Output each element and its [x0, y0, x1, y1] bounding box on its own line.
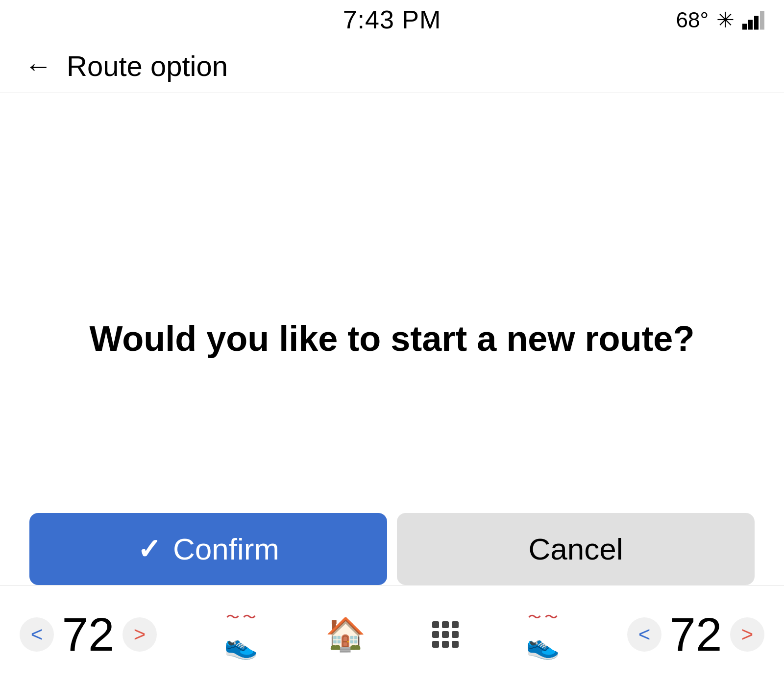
checkmark-icon: ✓	[137, 533, 161, 566]
home-icon[interactable]: 🏠	[325, 615, 366, 653]
steam-lines-left: 〜 〜	[226, 608, 256, 627]
shoe-right-icon: 👟	[526, 629, 560, 661]
confirm-label: Confirm	[173, 532, 279, 566]
left-counter-increment[interactable]: >	[122, 617, 157, 652]
question-text: Would you like to start a new route?	[90, 316, 695, 362]
grid-menu-icon[interactable]	[432, 621, 459, 648]
cancel-button[interactable]: Cancel	[397, 513, 755, 585]
status-right-icons: 68° ✳	[676, 7, 764, 32]
left-counter: < 72 >	[20, 608, 157, 661]
confirm-button[interactable]: ✓ Confirm	[29, 513, 387, 585]
right-counter-decrement[interactable]: <	[627, 617, 662, 652]
main-content: Would you like to start a new route?	[0, 93, 784, 585]
action-buttons: ✓ Confirm Cancel	[29, 513, 755, 585]
bottom-nav: < 72 > 〜 〜 👟 🏠 〜 〜 👟	[0, 585, 784, 683]
left-counter-decrement[interactable]: <	[20, 617, 54, 652]
right-right-chevron-icon: >	[741, 623, 754, 646]
right-counter: < 72 >	[627, 608, 764, 661]
right-counter-value: 72	[666, 608, 725, 661]
right-left-chevron-icon: <	[638, 623, 651, 646]
left-counter-value: 72	[59, 608, 118, 661]
status-time: 7:43 PM	[343, 5, 441, 34]
status-temperature: 68°	[676, 7, 709, 32]
right-counter-increment[interactable]: >	[730, 617, 764, 652]
right-chevron-icon: >	[134, 623, 146, 646]
page-title: Route option	[67, 49, 228, 82]
signal-icon	[742, 10, 764, 29]
steam-shoe-right-icon: 〜 〜 👟	[526, 608, 560, 661]
status-bar: 7:43 PM 68° ✳	[0, 0, 784, 39]
steam-shoe-left-icon: 〜 〜 👟	[224, 608, 258, 661]
steam-lines-right: 〜 〜	[528, 608, 558, 627]
shoe-left-icon: 👟	[224, 629, 258, 661]
header: ← Route option	[0, 39, 784, 93]
left-chevron-icon: <	[31, 623, 43, 646]
back-button[interactable]: ←	[24, 52, 52, 80]
bluetooth-icon: ✳	[716, 7, 735, 32]
